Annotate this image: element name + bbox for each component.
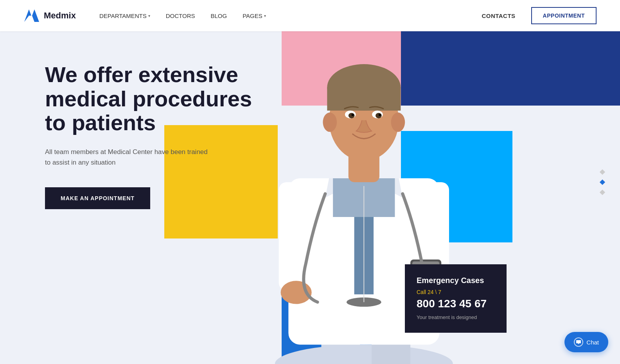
hero-subtitle: All team members at Medical Center have … bbox=[45, 147, 213, 168]
svg-rect-19 bbox=[327, 87, 401, 110]
nav-right: CONTACTS APPOINTMENT bbox=[482, 7, 597, 24]
emergency-title: Emergency Cases bbox=[417, 276, 495, 285]
chat-icon bbox=[574, 337, 583, 347]
svg-point-26 bbox=[352, 114, 354, 116]
svg-point-21 bbox=[391, 113, 405, 132]
svg-marker-30 bbox=[32, 9, 39, 22]
nav-pages[interactable]: PAGES ▾ bbox=[243, 13, 266, 19]
cta-button[interactable]: MAKE AN APPOINTMENT bbox=[45, 187, 150, 209]
appointment-button[interactable]: APPOINTMENT bbox=[531, 7, 597, 24]
nav-doctors[interactable]: DOCTORS bbox=[166, 13, 195, 19]
brand-name: Medmix bbox=[44, 11, 76, 21]
pages-chevron: ▾ bbox=[264, 14, 266, 18]
departaments-chevron: ▾ bbox=[148, 14, 150, 18]
emergency-phone: 800 123 45 67 bbox=[417, 298, 495, 310]
logo-link[interactable]: Medmix bbox=[23, 9, 76, 23]
svg-point-24 bbox=[349, 113, 355, 118]
svg-point-0 bbox=[275, 345, 453, 364]
chat-button[interactable]: Chat bbox=[564, 332, 608, 352]
scroll-dot-1[interactable] bbox=[600, 169, 605, 174]
svg-marker-29 bbox=[24, 9, 31, 22]
hero-content: We offer extensive medical procedures to… bbox=[45, 63, 272, 209]
svg-point-25 bbox=[376, 113, 382, 118]
logo-icon bbox=[23, 9, 40, 23]
emergency-call-label: Call 24 \ 7 bbox=[417, 289, 495, 295]
svg-point-20 bbox=[323, 113, 337, 132]
nav-departaments[interactable]: DEPARTAMENTS ▾ bbox=[99, 13, 150, 19]
scroll-dot-3[interactable] bbox=[600, 189, 605, 195]
svg-point-27 bbox=[379, 114, 381, 116]
nav-blog[interactable]: BLOG bbox=[211, 13, 227, 19]
hero-section: We offer extensive medical procedures to… bbox=[0, 0, 620, 364]
navigation: Medmix DEPARTAMENTS ▾ DOCTORS BLOG PAGES… bbox=[0, 0, 620, 31]
scroll-dot-2[interactable] bbox=[600, 179, 605, 185]
contacts-link[interactable]: CONTACTS bbox=[482, 13, 515, 19]
emergency-desc: Your treatment is designed bbox=[417, 314, 495, 321]
hero-title: We offer extensive medical procedures to… bbox=[45, 63, 272, 135]
emergency-card: Emergency Cases Call 24 \ 7 800 123 45 6… bbox=[405, 264, 507, 333]
scroll-dots bbox=[600, 170, 604, 194]
nav-links: DEPARTAMENTS ▾ DOCTORS BLOG PAGES ▾ bbox=[99, 13, 482, 19]
svg-rect-9 bbox=[279, 182, 314, 290]
